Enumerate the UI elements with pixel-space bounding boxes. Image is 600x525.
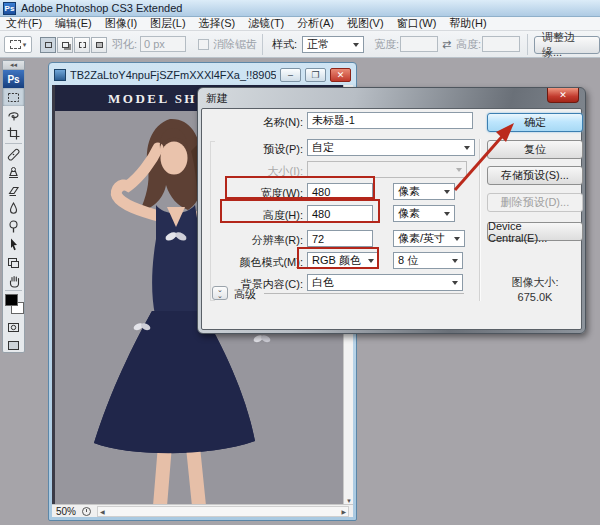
menu-view[interactable]: 视图(V): [347, 16, 384, 31]
height-input[interactable]: [482, 36, 520, 52]
restore-button[interactable]: ❐: [305, 68, 326, 82]
advanced-expander-icon[interactable]: ⌄⌄: [212, 286, 228, 300]
image-size-value: 675.0K: [487, 291, 583, 303]
width-unit-value: 像素: [398, 184, 420, 199]
tool-preset-picker[interactable]: ▾: [4, 36, 32, 53]
device-central-button[interactable]: Device Central(E)...: [487, 222, 583, 241]
intersect-selection-button[interactable]: [91, 37, 107, 53]
dialog-close-button[interactable]: ✕: [547, 88, 579, 103]
toolbox-ps-logo: Ps: [3, 70, 24, 88]
ok-arrow-annotation: [430, 110, 550, 200]
menu-edit[interactable]: 编辑(E): [55, 16, 92, 31]
resolution-label: 分辨率(R):: [215, 233, 303, 248]
bit-depth-value: 8 位: [398, 253, 418, 268]
color-mode-highlight-annotation: [297, 247, 379, 269]
tool-healing-brush[interactable]: [3, 145, 24, 163]
tool-shape[interactable]: [3, 253, 24, 271]
zoom-level[interactable]: 50%: [56, 506, 76, 517]
menu-filter[interactable]: 滤镜(T): [248, 16, 284, 31]
background-select[interactable]: 白色: [307, 274, 463, 291]
subtract-selection-icon: [79, 42, 86, 48]
feather-input[interactable]: 0 px: [140, 36, 186, 52]
quick-mask-icon: [6, 320, 21, 335]
menu-file[interactable]: 文件(F): [6, 16, 42, 31]
background-label: 背景内容(C):: [215, 277, 303, 292]
toolbox-divider: [5, 290, 22, 291]
tool-blur[interactable]: [3, 199, 24, 217]
swap-dimensions-icon[interactable]: ⇄: [442, 36, 451, 53]
tool-dodge[interactable]: [3, 217, 24, 235]
antialias-checkbox[interactable]: [198, 39, 209, 50]
tool-eraser[interactable]: [3, 181, 24, 199]
menu-analysis[interactable]: 分析(A): [297, 16, 334, 31]
tool-hand[interactable]: [3, 271, 24, 289]
toolbox-collapse-icon[interactable]: ◂◂: [3, 61, 24, 70]
tool-path-selection[interactable]: [3, 235, 24, 253]
chevron-down-icon: ▾: [23, 41, 27, 49]
menu-window[interactable]: 窗口(W): [397, 16, 437, 31]
chevron-down-icon: [353, 43, 359, 47]
screen-mode-button[interactable]: [3, 336, 24, 354]
antialias-label: 消除锯齿: [213, 37, 257, 52]
height-label: 高度:: [456, 36, 481, 53]
intersect-selection-icon: [96, 42, 103, 48]
blur-drop-icon: [6, 201, 21, 216]
close-button[interactable]: ✕: [330, 68, 351, 82]
tool-crop[interactable]: [3, 124, 24, 142]
resolution-input[interactable]: 72: [307, 230, 373, 247]
document-title: TB2ZaLtoY4npuFjSZFmXXXl4FXa_!!89055323..…: [70, 69, 276, 81]
advanced-label: 高级: [234, 287, 256, 302]
app-titlebar: Ps Adobe Photoshop CS3 Extended: [0, 0, 600, 17]
lasso-icon: [6, 108, 21, 123]
bit-depth-select[interactable]: 8 位: [393, 252, 463, 269]
color-swatches: [3, 292, 24, 318]
resolution-unit-value: 像素/英寸: [398, 231, 445, 246]
color-mode-label: 颜色模式(M):: [215, 255, 303, 270]
refine-edge-button[interactable]: 调整边缘...: [534, 36, 600, 54]
resolution-unit-select[interactable]: 像素/英寸: [393, 230, 465, 247]
menu-layer[interactable]: 图层(L): [150, 16, 185, 31]
document-titlebar[interactable]: TB2ZaLtoY4npuFjSZFmXXXl4FXa_!!89055323..…: [51, 65, 354, 85]
selection-arrow-icon: [6, 237, 21, 252]
chevron-down-icon: [452, 259, 458, 263]
menu-select[interactable]: 选择(S): [199, 16, 236, 31]
scroll-right-icon[interactable]: ▶: [341, 508, 346, 515]
preset-value: 自定: [312, 140, 334, 155]
rectangular-marquee-icon: [6, 90, 21, 105]
screen-mode-icon: [6, 338, 21, 353]
antialias-option: 消除锯齿: [198, 36, 257, 53]
options-divider: [527, 34, 528, 55]
quick-mask-button[interactable]: [3, 318, 24, 336]
new-selection-icon: [45, 42, 52, 48]
scroll-left-icon[interactable]: ◀: [100, 508, 105, 515]
tool-lasso[interactable]: [3, 106, 24, 124]
feather-label: 羽化:: [112, 36, 137, 53]
tool-clone-stamp[interactable]: [3, 163, 24, 181]
horizontal-scrollbar[interactable]: ◀ ▶: [97, 506, 349, 517]
shape-icon: [6, 255, 21, 270]
width-label: 宽度:: [374, 36, 399, 53]
name-label: 名称(N):: [215, 115, 303, 130]
width-input[interactable]: [400, 36, 438, 52]
tool-options-bar: ▾ 羽化: 0 px 消除锯齿 样式: 正常 宽度: ⇄ 高度: 调整边缘...: [0, 31, 600, 58]
dodge-icon: [6, 219, 21, 234]
menu-image[interactable]: 图像(I): [105, 16, 137, 31]
image-size-label: 图像大小:: [487, 275, 583, 290]
add-selection-button[interactable]: [57, 37, 73, 53]
tool-rectangular-marquee[interactable]: [3, 88, 24, 106]
new-selection-button[interactable]: [40, 37, 56, 53]
advanced-divider: [264, 293, 464, 294]
foreground-color-swatch[interactable]: [5, 294, 18, 306]
height-unit-select[interactable]: 像素: [393, 205, 455, 222]
subtract-selection-button[interactable]: [74, 37, 90, 53]
minimize-button[interactable]: –: [280, 68, 301, 82]
chevron-down-icon: [444, 212, 450, 216]
crop-icon: [6, 126, 21, 141]
style-select[interactable]: 正常: [302, 36, 364, 53]
options-divider: [262, 34, 263, 55]
document-statusbar: 50% ◀ ▶: [52, 504, 353, 517]
photoshop-app-icon: Ps: [3, 2, 16, 15]
toolbox-divider: [5, 143, 22, 144]
chevron-down-icon: [452, 281, 458, 285]
menu-help[interactable]: 帮助(H): [449, 16, 486, 31]
